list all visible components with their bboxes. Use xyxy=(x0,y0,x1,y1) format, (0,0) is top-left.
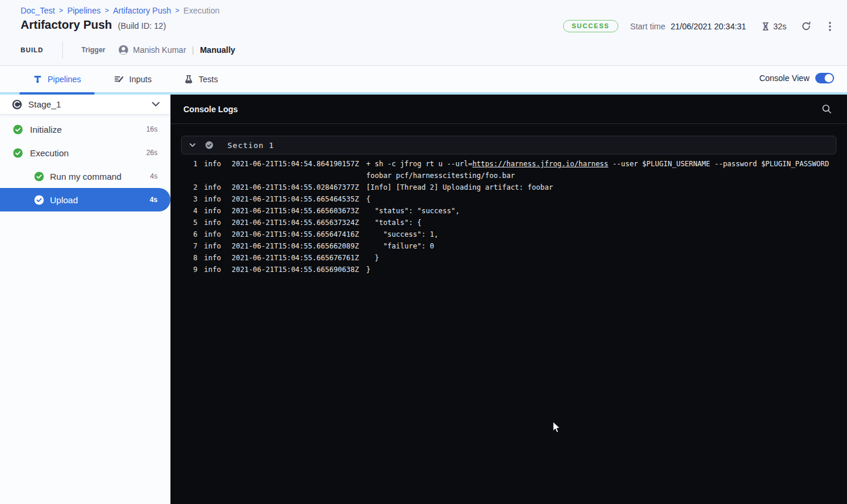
pipeline-icon xyxy=(33,74,42,84)
tab-label: Inputs xyxy=(129,75,152,84)
kebab-menu-icon xyxy=(828,21,832,32)
step-initialize[interactable]: Initialize 16s xyxy=(0,117,170,141)
log-row: 1info2021-06-21T15:04:54.864190157Z+ sh … xyxy=(170,158,847,182)
step-duration: 26s xyxy=(146,149,158,157)
toggle-knob xyxy=(825,74,833,82)
status-badge: SUCCESS xyxy=(563,20,618,32)
tab-tests[interactable]: Tests xyxy=(170,66,232,92)
log-search-button[interactable] xyxy=(819,102,834,116)
log-lines: 1info2021-06-21T15:04:54.864190157Z+ sh … xyxy=(170,154,847,275)
breadcrumb-separator: > xyxy=(175,6,179,15)
step-execution[interactable]: Execution 26s xyxy=(0,141,170,164)
log-level: info xyxy=(204,264,225,275)
vertical-divider: | xyxy=(192,45,195,55)
log-timestamp: 2021-06-21T15:04:55.665676761Z xyxy=(232,252,360,264)
refresh-button[interactable] xyxy=(798,18,814,34)
log-message: "success": 1, xyxy=(366,229,847,240)
check-circle-icon xyxy=(34,195,44,205)
log-message: } xyxy=(366,264,847,275)
log-row: 4info2021-06-21T15:04:55.665603673Z "sta… xyxy=(170,205,847,217)
start-time-label: Start time xyxy=(630,22,665,31)
log-message: "totals": { xyxy=(366,217,847,229)
log-text: + sh -c jfrog rt u --url= xyxy=(366,160,473,168)
chevron-down-icon xyxy=(189,143,196,147)
log-level: info xyxy=(204,217,225,229)
log-level: info xyxy=(204,193,225,205)
breadcrumb-link-doc-test[interactable]: Doc_Test xyxy=(21,6,55,15)
vertical-divider xyxy=(62,41,63,59)
log-line-number: 2 xyxy=(170,182,197,193)
build-id-label: (Build ID: 12) xyxy=(118,21,166,31)
log-message: { xyxy=(366,193,847,205)
log-level: info xyxy=(204,205,225,217)
log-text: "status": "success", xyxy=(366,207,460,215)
log-row: 6info2021-06-21T15:04:55.665647416Z "suc… xyxy=(170,229,847,240)
more-options-button[interactable] xyxy=(826,19,834,34)
avatar-icon xyxy=(118,45,129,55)
log-message: } xyxy=(366,252,847,264)
log-line-number: 5 xyxy=(170,217,197,229)
check-circle-icon xyxy=(34,172,44,182)
log-link[interactable]: https://harness.jfrog.io/harness xyxy=(473,160,608,168)
breadcrumb-separator: > xyxy=(59,6,63,15)
console-view-toggle[interactable] xyxy=(815,73,834,83)
build-type-label: BUILD xyxy=(21,46,43,53)
step-label: Initialize xyxy=(30,125,62,135)
flask-icon xyxy=(184,74,193,84)
log-row: 3info2021-06-21T15:04:55.665464535Z{ xyxy=(170,193,847,205)
log-timestamp: 2021-06-21T15:04:55.665690638Z xyxy=(232,264,360,275)
trigger-user-name: Manish Kumar xyxy=(133,45,186,55)
tab-inputs[interactable]: Inputs xyxy=(100,66,165,92)
step-list: Initialize 16s Execution 26s Run my comm… xyxy=(0,115,170,211)
log-text: } xyxy=(366,254,379,262)
breadcrumb: Doc_Test > Pipelines > Artifactory Push … xyxy=(21,6,220,15)
tab-label: Tests xyxy=(199,75,218,84)
log-timestamp: 2021-06-21T15:04:55.665637324Z xyxy=(232,217,360,229)
log-text: [Info] [Thread 2] Uploading artifact: fo… xyxy=(366,183,553,191)
inputs-icon xyxy=(113,74,124,84)
step-upload[interactable]: Upload 4s xyxy=(0,188,170,211)
chevron-down-icon xyxy=(152,102,160,107)
log-message: + sh -c jfrog rt u --url=https://harness… xyxy=(366,158,847,182)
stage-name: Stage_1 xyxy=(28,99,61,109)
breadcrumb-link-pipelines[interactable]: Pipelines xyxy=(67,6,101,15)
log-line-number: 3 xyxy=(170,193,197,205)
log-line-number: 1 xyxy=(170,158,197,182)
log-text: "failure": 0 xyxy=(366,242,434,250)
log-level: info xyxy=(204,158,225,182)
log-text: --user $PLUGIN_USERNAME --password $PLUG… xyxy=(608,160,829,168)
page-title: Artifactory Push xyxy=(21,18,112,32)
check-circle-icon xyxy=(13,125,23,135)
log-line-number: 8 xyxy=(170,252,197,264)
log-message: "status": "success", xyxy=(366,205,847,217)
step-label: Upload xyxy=(50,195,78,205)
tab-pipelines[interactable]: Pipelines xyxy=(19,66,95,92)
log-timestamp: 2021-06-21T15:04:55.028467377Z xyxy=(232,182,360,193)
log-text: } xyxy=(366,266,370,274)
log-section-header[interactable]: Section 1 xyxy=(181,136,836,154)
breadcrumb-separator: > xyxy=(105,6,109,15)
log-row: 7info2021-06-21T15:04:55.665662089Z "fai… xyxy=(170,240,847,252)
log-line-number: 4 xyxy=(170,205,197,217)
trigger-user: Manish Kumar xyxy=(118,45,186,55)
tab-bar: Pipelines Inputs Tests Console View xyxy=(0,66,847,95)
magnifier-icon xyxy=(822,104,832,114)
check-circle-icon xyxy=(205,141,213,149)
log-timestamp: 2021-06-21T15:04:54.864190157Z xyxy=(232,158,360,182)
step-label: Run my command xyxy=(50,172,122,182)
console-view-label: Console View xyxy=(759,73,809,83)
stage-header[interactable]: Stage_1 xyxy=(0,95,170,115)
breadcrumb-link-artifactory-push[interactable]: Artifactory Push xyxy=(113,6,171,15)
log-row: 9info2021-06-21T15:04:55.665690638Z} xyxy=(170,264,847,275)
duration-value: 32s xyxy=(773,22,786,31)
log-line-number: 7 xyxy=(170,240,197,252)
step-run-my-command[interactable]: Run my command 4s xyxy=(0,164,170,188)
log-timestamp: 2021-06-21T15:04:55.665662089Z xyxy=(232,240,360,252)
log-message: [Info] [Thread 2] Uploading artifact: fo… xyxy=(366,182,847,193)
log-row: 5info2021-06-21T15:04:55.665637324Z "tot… xyxy=(170,217,847,229)
execution-sidebar: Stage_1 Initialize 16s Execution 26s xyxy=(0,95,170,504)
console-panel: Console Logs Section 1 1info2021-06-21T1… xyxy=(170,95,847,504)
check-circle-icon xyxy=(13,148,23,158)
log-row: 2info2021-06-21T15:04:55.028467377Z[Info… xyxy=(170,182,847,193)
trigger-label: Trigger xyxy=(82,46,106,54)
